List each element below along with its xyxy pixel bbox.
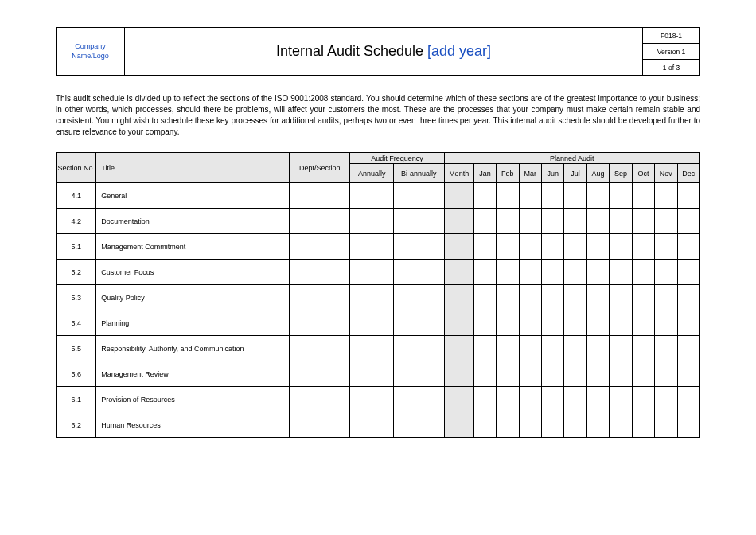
cell-month-slot [473,387,496,412]
col-month: Month [444,164,473,183]
cell-month-slot [610,209,632,234]
cell-month-slot [541,387,563,412]
cell-annually [350,310,394,336]
cell-month-slot [677,285,699,310]
cell-month-slot [655,387,677,412]
cell-month-slot [541,260,563,285]
cell-month-slot [497,209,519,234]
table-row: 6.2Human Resources [57,412,700,438]
col-planned: Planned Audit [444,153,699,164]
cell-biannually [394,310,444,336]
col-dept: Dept/Section [289,153,350,183]
cell-month-slot [677,361,699,387]
cell-month-slot [541,183,563,209]
cell-dept [289,310,350,336]
cell-month-slot [564,310,586,336]
cell-month-slot [564,183,586,209]
cell-month-slot [497,412,519,438]
cell-month-slot [564,336,586,361]
cell-dept [289,412,350,438]
logo-line1: Company [75,42,106,50]
cell-month-slot [564,209,586,234]
cell-month-slot [473,260,496,285]
cell-month-slot [632,285,654,310]
cell-month-slot [541,336,563,361]
title-main: Internal Audit Schedule [276,43,427,59]
cell-section-no: 6.1 [57,387,96,412]
cell-biannually [394,183,444,209]
cell-month-slot [519,361,541,387]
cell-month-slot [519,310,541,336]
cell-month-slot [473,412,496,438]
cell-month-slot [564,412,586,438]
cell-section-no: 4.2 [57,209,96,234]
cell-annually [350,412,394,438]
cell-month-slot [610,285,632,310]
cell-month [444,361,473,387]
col-mar: Mar [519,164,541,183]
cell-month-slot [677,336,699,361]
cell-annually [350,234,394,260]
col-dec: Dec [677,164,699,183]
cell-month-slot [473,310,496,336]
cell-dept [289,361,350,387]
cell-month-slot [586,209,609,234]
cell-dept [289,183,350,209]
cell-month-slot [497,387,519,412]
cell-dept [289,387,350,412]
cell-biannually [394,209,444,234]
cell-month-slot [610,361,632,387]
page-of: 1 of 3 [643,60,700,76]
cell-month-slot [655,336,677,361]
cell-section-no: 5.2 [57,260,96,285]
cell-month-slot [610,183,632,209]
cell-annually [350,260,394,285]
cell-month-slot [497,260,519,285]
table-row: 5.5Responsibility, Authority, and Commun… [57,336,700,361]
cell-month-slot [519,183,541,209]
cell-month-slot [564,361,586,387]
cell-month-slot [541,209,563,234]
cell-title: Documentation [96,209,290,234]
cell-month-slot [677,234,699,260]
cell-month-slot [473,234,496,260]
cell-month-slot [610,234,632,260]
cell-month-slot [497,183,519,209]
table-row: 4.2Documentation [57,209,700,234]
cell-dept [289,209,350,234]
cell-biannually [394,336,444,361]
cell-month-slot [655,361,677,387]
cell-dept [289,234,350,260]
cell-biannually [394,361,444,387]
cell-biannually [394,234,444,260]
cell-section-no: 5.3 [57,285,96,310]
cell-annually [350,336,394,361]
cell-month-slot [473,361,496,387]
table-row: 4.1General [57,183,700,209]
cell-month-slot [655,285,677,310]
cell-month-slot [564,285,586,310]
cell-month-slot [519,209,541,234]
cell-month-slot [632,209,654,234]
cell-month [444,285,473,310]
cell-month [444,310,473,336]
cell-month-slot [677,387,699,412]
company-logo-cell: Company Name/Logo [57,28,125,76]
cell-month-slot [473,336,496,361]
cell-month-slot [541,310,563,336]
cell-month-slot [586,412,609,438]
cell-month-slot [655,234,677,260]
cell-section-no: 5.4 [57,310,96,336]
cell-month [444,234,473,260]
cell-month-slot [497,285,519,310]
cell-month-slot [677,412,699,438]
cell-month-slot [677,209,699,234]
table-row: 5.2Customer Focus [57,260,700,285]
cell-month-slot [564,260,586,285]
cell-month-slot [655,310,677,336]
cell-month-slot [677,260,699,285]
col-aug: Aug [586,164,609,183]
cell-title: Responsibility, Authority, and Communica… [96,336,290,361]
col-jul: Jul [564,164,586,183]
cell-month-slot [473,285,496,310]
